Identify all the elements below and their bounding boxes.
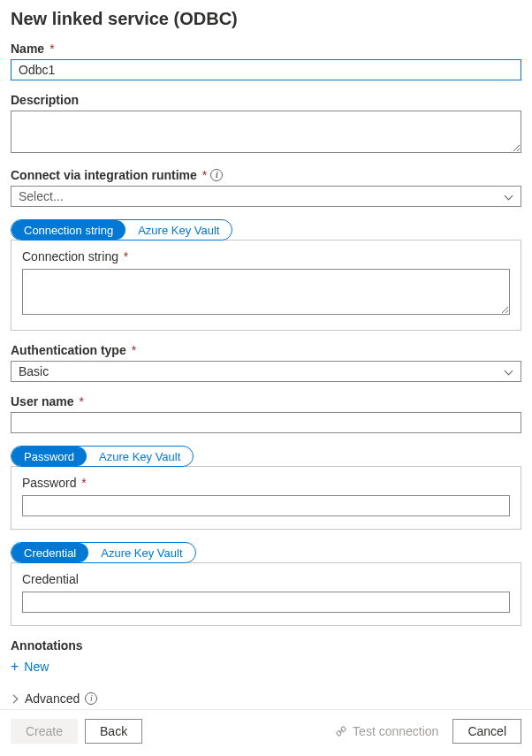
cancel-button[interactable]: Cancel: [452, 719, 521, 744]
password-tabs: Password Azure Key Vault: [11, 446, 194, 467]
required-asterisk: *: [132, 343, 136, 357]
runtime-label: Connect via integration runtime * i: [11, 168, 521, 182]
auth-type-select[interactable]: Basic: [11, 361, 521, 382]
name-input[interactable]: [11, 59, 521, 80]
required-asterisk: *: [124, 249, 128, 263]
credential-tabs: Credential Azure Key Vault: [11, 542, 196, 563]
required-asterisk: *: [49, 42, 54, 56]
password-panel: Password *: [11, 466, 521, 530]
advanced-toggle[interactable]: Advanced i: [11, 691, 97, 706]
tab-azure-key-vault[interactable]: Azure Key Vault: [88, 543, 194, 562]
credential-panel-label: Credential: [22, 572, 510, 586]
description-textarea[interactable]: [11, 111, 521, 153]
description-label: Description: [11, 93, 521, 107]
required-asterisk: *: [80, 394, 84, 409]
connection-string-tabs: Connection string Azure Key Vault: [11, 219, 232, 241]
back-button[interactable]: Back: [85, 719, 142, 744]
annotations-new-button[interactable]: + New: [11, 656, 49, 677]
credential-input[interactable]: [22, 592, 510, 613]
tab-connection-string[interactable]: Connection string: [11, 220, 125, 240]
tab-azure-key-vault[interactable]: Azure Key Vault: [87, 447, 193, 466]
auth-type-label: Authentication type *: [11, 343, 521, 357]
annotations-label: Annotations: [11, 638, 521, 653]
connection-icon: [335, 725, 347, 737]
runtime-select[interactable]: Select...: [11, 186, 521, 207]
chevron-down-icon: [505, 367, 513, 376]
page-title: New linked service (ODBC): [11, 9, 521, 29]
required-asterisk: *: [81, 476, 86, 490]
create-button: Create: [11, 719, 78, 744]
tab-credential[interactable]: Credential: [11, 543, 88, 562]
info-icon[interactable]: i: [85, 692, 97, 705]
connection-string-panel: Connection string *: [11, 240, 521, 331]
tab-password[interactable]: Password: [11, 447, 87, 466]
plus-icon: +: [11, 660, 19, 674]
username-input[interactable]: [11, 412, 521, 433]
connection-string-panel-label: Connection string *: [22, 249, 510, 263]
chevron-right-icon: [11, 694, 19, 703]
name-label: Name *: [11, 42, 521, 56]
credential-panel: Credential: [11, 562, 521, 626]
info-icon[interactable]: i: [210, 169, 223, 181]
required-asterisk: *: [202, 168, 207, 182]
password-panel-label: Password *: [22, 476, 510, 490]
test-connection-button: Test connection: [328, 724, 445, 738]
footer: Create Back Test connection Cancel: [0, 709, 532, 756]
chevron-down-icon: [505, 192, 513, 201]
password-input[interactable]: [22, 495, 510, 516]
tab-azure-key-vault[interactable]: Azure Key Vault: [125, 220, 232, 240]
username-label: User name *: [11, 394, 521, 409]
connection-string-textarea[interactable]: [22, 269, 510, 315]
